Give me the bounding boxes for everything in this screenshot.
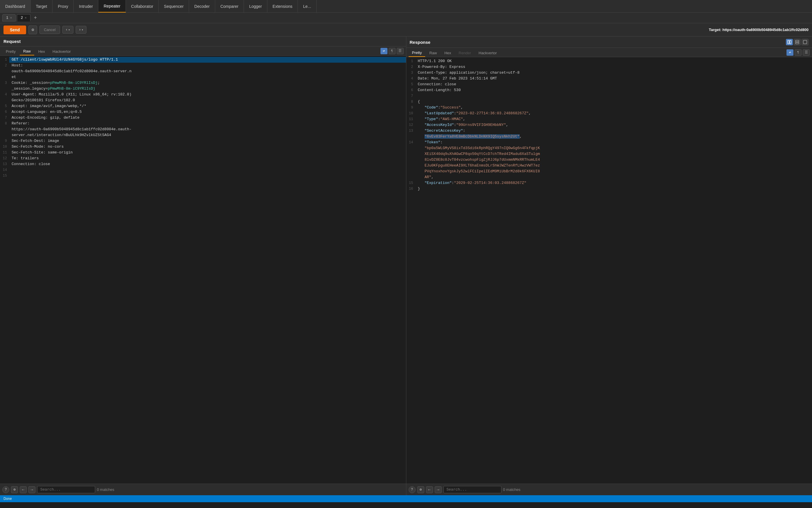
request-tab-pretty[interactable]: Pretty [2,48,19,55]
response-menu-button[interactable]: ☰ [803,49,810,56]
response-help-icon[interactable]: ? [409,486,415,493]
svg-rect-1 [790,40,791,44]
request-newline-button[interactable]: ¶ [389,48,396,54]
nav-collaborator[interactable]: Collaborator [126,0,159,12]
request-search-area: ? ⚙ ← → 0 matches [2,486,404,493]
main-area: Request Pretty Raw Hex Hackvertor ⇌ ¶ ☰ [0,37,812,495]
response-tab-raw[interactable]: Raw [426,49,440,56]
menu-icon: ☰ [399,49,402,53]
response-line-17: XEiSX40dq9uXhAGwCP8qo50qYtCcD7chTRed4IMa… [406,151,812,157]
request-panel-header: Request [0,37,406,46]
nav-decoder[interactable]: Decoder [189,0,215,12]
response-tab-hackvertor[interactable]: Hackvertor [475,49,500,56]
request-line-2: 2 Host: [0,63,406,69]
request-line-3: oauth-0a6900b5048945d8c1ab1ffc02d8004e.o… [0,69,406,80]
request-search-input[interactable] [37,486,95,493]
response-line-20: PVqYnoxhovYgskJy52wlFCiIpelIEdM9MiUbBrM2… [406,169,812,174]
response-line-4: 4 Date: Mon, 27 Feb 2023 14:51:14 GMT [406,76,812,82]
request-sub-tabs: Pretty Raw Hex Hackvertor ⇌ ¶ ☰ [0,46,406,56]
nav-intruder[interactable]: Intruder [74,0,98,12]
response-line-11: 11 "Type":"AWS-HMAC", [406,116,812,122]
nav-sequencer[interactable]: Sequencer [159,0,189,12]
response-search-input[interactable] [443,486,501,493]
add-tab-button[interactable]: + [32,15,39,21]
response-tab-hex[interactable]: Hex [441,49,454,56]
tab-1-label: 1 [6,16,8,20]
response-wrap-button[interactable]: ⇌ [786,49,794,56]
request-tab-hackvertor[interactable]: Hackvertor [49,48,74,55]
request-line-14: 13 Connection: close [0,161,406,167]
nav-target[interactable]: Target [31,0,53,12]
response-line-1: 1 HTTP/1.1 200 OK [406,58,812,64]
request-wrap-button[interactable]: ⇌ [380,48,388,54]
response-line-19: EJu0KFpgu8EHeeAI9XLT6haEnmsDLrShWJWZTenR… [406,163,812,169]
nav-repeater[interactable]: Repeater [98,0,126,12]
response-line-18: 8lvDZ0E8c0JvT04vzcwohspFigZjRJJ6p7dUxmmN… [406,157,812,163]
gear-icon: ⚙ [32,27,34,32]
request-help-icon[interactable]: ? [2,486,9,493]
response-tab-pretty[interactable]: Pretty [409,49,425,57]
nav-logger[interactable]: Logger [244,0,267,12]
repeater-tab-1[interactable]: 1 × [2,14,16,22]
chevron-left-icon: ‹ [65,28,68,32]
gear-button[interactable]: ⚙ [29,26,37,34]
response-line-21: AR", [406,174,812,180]
nav-comparer[interactable]: Comparer [215,0,244,12]
response-title: Response [410,40,431,45]
tab-1-close[interactable]: × [10,16,12,20]
nav-forward-button[interactable]: › ▾ [76,26,87,34]
layout-vertical-btn[interactable] [794,39,801,45]
response-line-22: 15 "Expiration":"2029-02-25T14:36:03.248… [406,180,812,186]
response-line-6: 6 Content-Length: 530 [406,87,812,93]
nav-back-button[interactable]: ‹ ▾ [62,26,73,34]
wrap-icon: ⇌ [383,49,385,53]
svg-rect-3 [796,42,799,44]
nav-extensions[interactable]: Extensions [267,0,298,12]
response-tab-render[interactable]: Render [455,49,475,56]
request-search-back[interactable]: ← [20,486,27,493]
response-line-12: 12 "AccessKeyId":"99Urns9VIFIGH9EHbbNY", [406,122,812,128]
request-tab-hex[interactable]: Hex [35,48,48,55]
request-line-15: 14 [0,167,406,173]
repeater-tab-2[interactable]: 2 × [17,14,30,22]
response-line-8: 8 { [406,99,812,105]
response-code-area[interactable]: 1 HTTP/1.1 200 OK 2 X-Powered-By: Expres… [406,57,812,483]
response-search-gear[interactable]: ⚙ [417,486,424,493]
send-button[interactable]: Send [3,26,26,34]
response-search-back[interactable]: ← [426,486,433,493]
request-matches: 0 matches [97,488,114,492]
request-line-16: 15 [0,173,406,179]
tab-bar: 1 × 2 × + [0,13,812,23]
response-line-23: 16 } [406,186,812,192]
nav-dashboard[interactable]: Dashboard [0,0,31,12]
layout-split-btn[interactable] [786,39,793,45]
request-search-forward[interactable]: → [29,486,35,493]
nav-proxy[interactable]: Proxy [52,0,74,12]
request-menu-button[interactable]: ☰ [397,48,404,54]
request-search-gear[interactable]: ⚙ [11,486,18,493]
response-newline-button[interactable]: ¶ [795,49,802,56]
response-line-13: 13 "SecretAccessKey": [406,128,812,134]
layout-single-btn[interactable] [802,39,809,45]
svg-rect-2 [796,40,799,42]
request-line-9b: https://oauth-0a6900b5048945d8c1ab1ffc02… [0,126,406,138]
response-line-7: 7 [406,93,812,99]
request-title: Request [3,39,20,44]
request-line-13: 12 Te: trailers [0,156,406,161]
request-code-area[interactable]: 1 GET /client/lswpWbRUl4rUzN4GYG8js/logo… [0,56,406,483]
request-line-5: 4 User-Agent: Mozilla/5.0 (X11; Linux x8… [0,92,406,103]
request-line-10: 9 Sec-Fetch-Dest: image [0,138,406,144]
cancel-button[interactable]: Cancel [39,26,60,34]
request-line-4b: _session.legacy=pPmwMhB-8m-iC9YRlIsDj [0,86,406,92]
request-line-9: 8 Referer: [0,121,406,126]
nav-le[interactable]: Le... [298,0,316,12]
response-line-15: 14 "Token": [406,139,812,145]
layout-buttons [786,39,809,45]
tab-2-close[interactable]: × [25,16,27,20]
request-line-1: 1 GET /client/lswpWbRUl4rUzN4GYG8js/logo… [0,57,406,63]
svg-rect-0 [787,40,789,44]
request-tab-raw[interactable]: Raw [20,48,34,55]
request-line-8: 7 Accept-Encoding: gzip, deflate [0,115,406,121]
response-search-forward[interactable]: → [435,486,442,493]
response-line-3: 3 Content-Type: application/json; charse… [406,70,812,76]
